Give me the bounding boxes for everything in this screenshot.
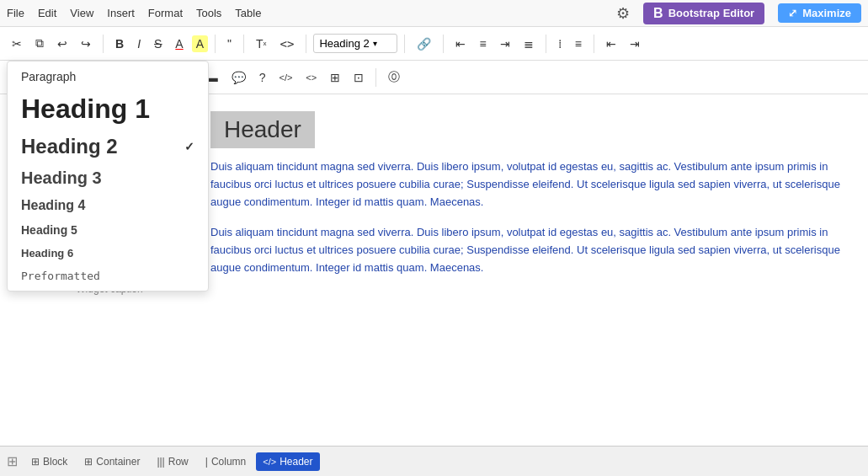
status-bar: ⊞ ⊞ Block ⊞ Container ||| Row | Column <… (0, 446, 868, 476)
header-label: Header (280, 456, 312, 468)
status-block[interactable]: ⊞ Block (24, 452, 74, 471)
separator-3 (243, 35, 244, 53)
dropdown-h1[interactable]: Heading 1 (8, 88, 208, 130)
font-color-button[interactable]: A (170, 34, 188, 54)
status-container[interactable]: ⊞ Container (77, 452, 146, 471)
separator-1 (103, 35, 104, 53)
column-icon: | (205, 456, 208, 468)
status-row[interactable]: ||| Row (150, 452, 194, 471)
menu-tools[interactable]: Tools (196, 7, 221, 19)
tb2-question-button[interactable]: ⓪ (383, 67, 405, 88)
menu-view[interactable]: View (70, 7, 93, 19)
ordered-list-button[interactable]: ≡ (570, 34, 587, 54)
bullet-list-button[interactable]: ⁞ (553, 34, 567, 54)
copy-button[interactable]: ⧉ (30, 33, 49, 54)
align-justify-button[interactable]: ≣ (519, 34, 539, 54)
highlight-button[interactable]: A (192, 35, 208, 52)
settings-button[interactable]: ⚙ (616, 4, 630, 23)
bold-button[interactable]: B (110, 34, 129, 54)
dropdown-h3[interactable]: Heading 3 (8, 163, 208, 193)
menu-bar: File Edit View Insert Format Tools Table… (0, 0, 868, 27)
paragraph-label: Paragraph (21, 70, 76, 83)
grid-status-icon: ⊞ (7, 453, 18, 469)
row-label: Row (168, 456, 189, 468)
preformatted-label: Preformatted (21, 270, 100, 282)
indent-more-button[interactable]: ⇥ (625, 34, 645, 54)
bootstrap-icon: B (653, 6, 663, 21)
check-icon: ✓ (184, 140, 194, 153)
menu-table[interactable]: Table (235, 7, 261, 19)
h1-label: Heading 1 (21, 94, 150, 125)
main-toolbar: ✂ ⧉ ↩ ↪ B I S A A " Tx <> Heading 2 ▾ 🔗 … (0, 27, 868, 61)
italic-button[interactable]: I (132, 34, 146, 54)
content-header[interactable]: Header (210, 111, 315, 148)
separator-4 (306, 35, 306, 53)
tb2-grid-button[interactable]: ⊞ (325, 67, 345, 88)
container-icon: ⊞ (84, 456, 93, 468)
chevron-down-icon: ▾ (373, 39, 377, 48)
menu-insert[interactable]: Insert (107, 7, 135, 19)
header-icon: </> (263, 457, 276, 467)
maximize-label: Maximize (802, 7, 851, 19)
h2-label: Heading 2 (21, 135, 118, 158)
status-header[interactable]: </> Header (256, 452, 319, 471)
align-center-button[interactable]: ≡ (474, 34, 491, 54)
separator-2 (215, 35, 216, 53)
heading-select[interactable]: Heading 2 ▾ (313, 34, 397, 53)
row-icon: ||| (157, 456, 164, 468)
cut-button[interactable]: ✂ (7, 34, 27, 54)
column-label: Column (211, 456, 246, 468)
separator-8 (594, 35, 594, 53)
dropdown-h4[interactable]: Heading 4 (8, 193, 208, 218)
tb2-help-button[interactable]: ? (254, 67, 271, 88)
tb2-code2-button[interactable]: <> (301, 69, 322, 86)
heading-dropdown: Paragraph Heading 1 Heading 2 ✓ Heading … (7, 61, 209, 291)
separator-7 (546, 35, 546, 53)
dropdown-h5[interactable]: Heading 5 (8, 218, 208, 242)
block-icon: ⊞ (31, 456, 40, 468)
menu-file[interactable]: File (7, 7, 24, 19)
block-label: Block (43, 456, 67, 468)
menu-edit[interactable]: Edit (38, 7, 56, 19)
strikethrough-button[interactable]: S (149, 34, 167, 54)
separator-5 (404, 35, 405, 53)
bootstrap-label: Bootstrap Editor (668, 7, 755, 19)
undo-button[interactable]: ↩ (52, 34, 72, 54)
maximize-button[interactable]: ⤢ Maximize (778, 3, 861, 23)
link-button[interactable]: 🔗 (412, 34, 436, 54)
status-column[interactable]: | Column (199, 452, 253, 471)
clear-format-button[interactable]: Tx (251, 34, 272, 54)
blockquote-button[interactable]: " (222, 34, 237, 54)
h6-label: Heading 6 (21, 247, 73, 259)
tb2-embed-button[interactable]: </> (274, 69, 297, 86)
bootstrap-editor-button[interactable]: B Bootstrap Editor (643, 3, 764, 24)
dropdown-paragraph[interactable]: Paragraph (8, 65, 208, 88)
tb2-bubble-button[interactable]: 💬 (226, 67, 251, 88)
heading-select-value: Heading 2 (319, 37, 369, 50)
h3-label: Heading 3 (21, 168, 102, 188)
align-right-button[interactable]: ⇥ (495, 34, 515, 54)
h4-label: Heading 4 (21, 198, 85, 213)
container-label: Container (96, 456, 140, 468)
h5-label: Heading 5 (21, 223, 77, 237)
dropdown-h2[interactable]: Heading 2 ✓ (8, 130, 208, 163)
maximize-icon: ⤢ (788, 7, 797, 19)
code-button[interactable]: <> (275, 34, 300, 54)
dropdown-h6[interactable]: Heading 6 (8, 242, 208, 265)
sep-tb2-2 (375, 68, 376, 87)
separator-6 (443, 35, 444, 53)
tb2-crop-button[interactable]: ⊡ (349, 67, 369, 88)
redo-button[interactable]: ↪ (76, 34, 96, 54)
dropdown-preformatted[interactable]: Preformatted (8, 265, 208, 287)
align-left-button[interactable]: ⇤ (450, 34, 471, 54)
menu-format[interactable]: Format (148, 7, 183, 19)
indent-less-button[interactable]: ⇤ (601, 34, 621, 54)
